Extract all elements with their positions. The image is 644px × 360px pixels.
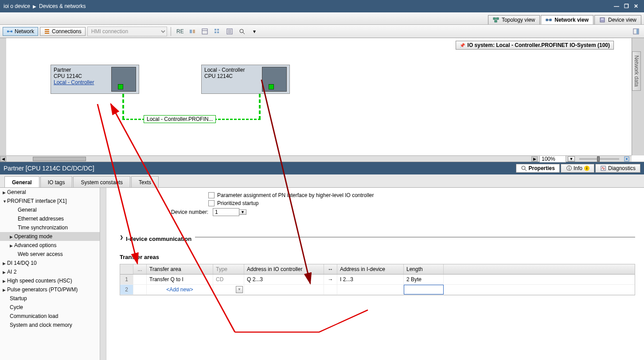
col-addr-idevice[interactable]: Address in I-device bbox=[337, 264, 404, 274]
col-direction[interactable]: ↔ bbox=[324, 264, 337, 274]
table-row[interactable]: 1 Transfer Q to I CD Q 2...3 → I 2...3 2… bbox=[120, 275, 635, 285]
tab-properties[interactable]: Properties bbox=[516, 164, 560, 173]
nav-timesync[interactable]: Time synchronization bbox=[0, 223, 106, 232]
addresses-icon[interactable] bbox=[199, 27, 210, 36]
nav-pto[interactable]: ▶Pulse generators (PTO/PWM) bbox=[0, 285, 106, 294]
cell-addrdev-1[interactable]: I 2...3 bbox=[337, 275, 404, 284]
device-partner[interactable]: Partner CPU 1214C Local - Controller bbox=[51, 65, 139, 94]
cell-addrdev-2[interactable] bbox=[337, 285, 404, 294]
nav-startup[interactable]: Startup bbox=[0, 294, 106, 303]
cell-type-2[interactable]: ▼ bbox=[213, 285, 244, 294]
tab-network-view[interactable]: Network view bbox=[541, 15, 593, 24]
network-segment-label[interactable]: Local - Controller.PROFIN... bbox=[144, 115, 216, 123]
type-dropdown-icon[interactable]: ▼ bbox=[236, 286, 243, 293]
transfer-areas-title: Transfer areas bbox=[120, 254, 635, 260]
network-canvas[interactable]: 📌 IO system: Local - Controller.PROFINET… bbox=[6, 38, 632, 155]
device-local[interactable]: Local - Controller CPU 1214C bbox=[201, 65, 290, 94]
nav-sysclock[interactable]: System and clock memory bbox=[0, 321, 106, 329]
col-rownum bbox=[120, 264, 133, 274]
device-icon bbox=[599, 17, 605, 23]
device-partner-link[interactable]: Local - Controller bbox=[54, 79, 94, 85]
io-system-label: IO system: Local - Controller.PROFINET I… bbox=[468, 42, 610, 48]
cell-type-1[interactable]: CD bbox=[213, 275, 244, 284]
nav-hsc[interactable]: ▶High speed counters (HSC) bbox=[0, 276, 106, 285]
nav-ethernet[interactable]: Ethernet addresses bbox=[0, 214, 106, 223]
svg-point-27 bbox=[240, 29, 243, 33]
nav-commload[interactable]: Communication load bbox=[0, 312, 106, 321]
breadcrumb-1[interactable]: ioi o device bbox=[4, 3, 30, 9]
table-row[interactable]: 2 <Add new> ▼ bbox=[120, 285, 635, 295]
tab-topology-view[interactable]: Topology view bbox=[488, 15, 540, 24]
nav-advanced[interactable]: ▶Advanced options bbox=[0, 241, 106, 250]
device-local-name: Local - Controller bbox=[204, 67, 260, 73]
input-device-number[interactable] bbox=[213, 208, 239, 216]
col-length[interactable]: Length bbox=[404, 264, 444, 274]
svg-line-28 bbox=[243, 32, 245, 34]
io-system-banner[interactable]: 📌 IO system: Local - Controller.PROFINET… bbox=[456, 41, 614, 50]
label-device-number: Device number: bbox=[155, 209, 208, 215]
scroll-right-button[interactable]: ▶ bbox=[531, 156, 538, 162]
tab-system-constants[interactable]: System constants bbox=[73, 176, 130, 187]
svg-rect-3 bbox=[546, 19, 548, 21]
zoom-slider[interactable] bbox=[579, 158, 619, 160]
list-icon[interactable] bbox=[224, 27, 235, 36]
expand-panel-icon[interactable] bbox=[631, 27, 641, 36]
network-mode-button[interactable]: Network bbox=[3, 27, 38, 36]
nav-webaccess[interactable]: Web server access bbox=[0, 250, 106, 259]
tab-texts[interactable]: Texts bbox=[131, 176, 159, 187]
grid-icon[interactable] bbox=[212, 27, 222, 36]
svg-rect-2 bbox=[495, 20, 497, 22]
tab-general[interactable]: General bbox=[4, 176, 39, 187]
connections-mode-button[interactable]: Connections bbox=[40, 27, 86, 36]
nav-general[interactable]: ▶General bbox=[0, 188, 106, 197]
collapse-idevice-icon[interactable]: ❯ bbox=[120, 235, 123, 240]
network-data-panel-tab[interactable]: Network data bbox=[632, 51, 641, 91]
nav-ai2[interactable]: ▶AI 2 bbox=[0, 267, 106, 276]
nav-scrollbar[interactable] bbox=[100, 188, 106, 360]
cell-addrctrl-1[interactable]: Q 2...3 bbox=[244, 275, 324, 284]
col-transfer-area[interactable]: Transfer area bbox=[147, 264, 213, 274]
connection-type-select[interactable]: HMI connection bbox=[87, 27, 167, 36]
scroll-left-button[interactable]: ◀ bbox=[0, 156, 6, 162]
device-number-dropdown-icon[interactable]: ▼ bbox=[239, 209, 246, 215]
cell-add-new[interactable]: <Add new> bbox=[147, 285, 213, 294]
nav-di14[interactable]: ▶DI 14/DQ 10 bbox=[0, 259, 106, 267]
checkbox-prioritized-startup[interactable] bbox=[208, 200, 215, 206]
cell-name-1[interactable]: Transfer Q to I bbox=[147, 275, 213, 284]
cell-rownum-2: 2 bbox=[120, 285, 133, 294]
restore-button[interactable]: ❐ bbox=[622, 3, 631, 9]
zoom-dropdown-icon[interactable]: ▼ bbox=[568, 156, 575, 162]
tab-diagnostics[interactable]: Diagnostics bbox=[595, 164, 640, 173]
network-icon bbox=[546, 17, 552, 23]
cell-dir-2 bbox=[324, 285, 337, 294]
canvas-hscroll[interactable]: ◀ ▶ ▼ bbox=[0, 155, 632, 162]
cell-addrctrl-2[interactable] bbox=[244, 285, 324, 294]
nav-pn-general[interactable]: General bbox=[0, 205, 106, 214]
svg-rect-32 bbox=[626, 158, 628, 160]
scroll-thumb[interactable] bbox=[33, 157, 86, 161]
col-dots[interactable]: ... bbox=[133, 264, 147, 274]
nav-profinet[interactable]: ▼PROFINET interface [X1] bbox=[0, 197, 106, 205]
zoom-input[interactable] bbox=[539, 155, 566, 163]
tab-info[interactable]: ⓘ Info i bbox=[561, 164, 594, 173]
col-addr-controller[interactable]: Address in IO controller bbox=[244, 264, 324, 274]
tab-io-tags[interactable]: IO tags bbox=[40, 176, 73, 187]
cell-len-2[interactable] bbox=[404, 285, 444, 294]
tab-device-view[interactable]: Device view bbox=[594, 15, 641, 24]
nav-cycle[interactable]: Cycle bbox=[0, 303, 106, 312]
breadcrumb-2[interactable]: Devices & networks bbox=[39, 3, 86, 9]
relations-icon[interactable]: REL bbox=[175, 27, 185, 36]
cell-len-1[interactable]: 2 Byte bbox=[404, 275, 444, 284]
col-type[interactable]: Type bbox=[213, 264, 244, 274]
close-button[interactable]: ✕ bbox=[632, 3, 640, 9]
nav-operating-mode[interactable]: ▶Operating mode bbox=[0, 232, 106, 241]
zoom-dd-icon[interactable]: ▾ bbox=[249, 27, 260, 36]
svg-line-39 bbox=[604, 168, 605, 170]
hmi-conn-icon[interactable] bbox=[187, 27, 198, 36]
fit-view-icon[interactable] bbox=[624, 156, 630, 162]
cell-rownum-1: 1 bbox=[120, 275, 133, 284]
properties-nav[interactable]: ▶General ▼PROFINET interface [X1] Genera… bbox=[0, 188, 106, 360]
checkbox-param-assignment[interactable] bbox=[208, 192, 215, 198]
zoom-icon[interactable] bbox=[237, 27, 247, 36]
minimize-button[interactable]: — bbox=[612, 3, 621, 9]
